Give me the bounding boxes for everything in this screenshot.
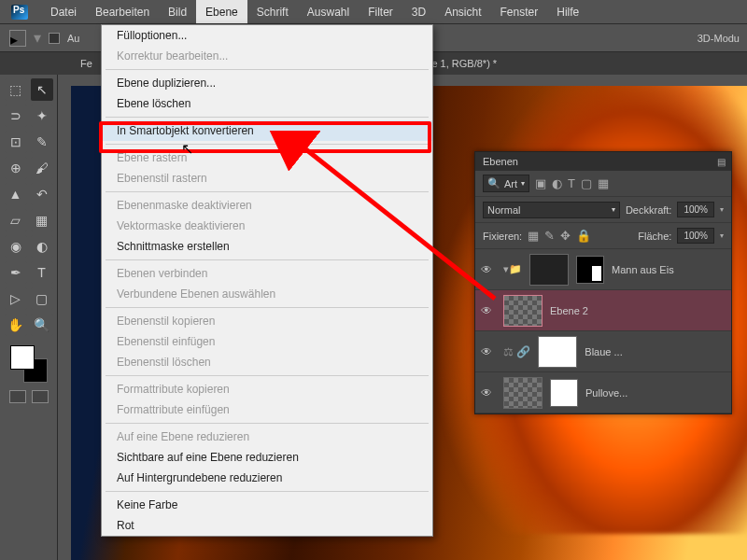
eyedropper-tool[interactable]: ✎ [31, 131, 53, 153]
history-brush[interactable]: ↶ [31, 183, 53, 205]
layer-name[interactable]: Ebene 2 [550, 305, 588, 316]
menu-item[interactable]: Sichtbare auf eine Ebene reduzieren [102, 447, 432, 468]
annotation-arrow [252, 131, 514, 317]
svg-line-0 [299, 144, 495, 299]
menu-item[interactable]: Keine Farbe [102, 495, 432, 515]
layer-row[interactable]: 👁▾📁Mann aus Eis [475, 249, 731, 290]
shape-tool[interactable]: ▢ [31, 287, 53, 310]
opacity-value[interactable]: 100% [677, 202, 714, 217]
fg-color[interactable] [10, 345, 35, 370]
panel-menu-icon[interactable]: ▤ [717, 157, 726, 167]
visibility-icon[interactable]: 👁 [481, 386, 496, 399]
lock-all-icon[interactable]: 🔒 [576, 229, 591, 243]
menu-item: Ebenenstil löschen [102, 352, 432, 372]
option-label: Au [67, 33, 79, 44]
menu-fenster[interactable]: Fenster [491, 0, 548, 23]
dodge-tool[interactable]: ◐ [31, 235, 53, 258]
layer-name[interactable]: Mann aus Eis [612, 264, 674, 275]
menu-bearbeiten[interactable]: Bearbeiten [86, 0, 159, 23]
menu-3d[interactable]: 3D [402, 0, 435, 23]
eraser-tool[interactable]: ▱ [5, 209, 27, 231]
layer-name[interactable]: Pullove... [585, 387, 627, 399]
move-tool[interactable]: ↖ [31, 78, 53, 101]
layer-thumb[interactable] [529, 254, 569, 286]
menu-item: Korrektur bearbeiten... [102, 46, 432, 66]
menu-bild[interactable]: Bild [159, 0, 196, 23]
menu-ansicht[interactable]: Ansicht [435, 0, 490, 23]
heal-tool[interactable]: ⊕ [5, 157, 27, 179]
tab-left[interactable]: Fe [71, 58, 102, 69]
layer-thumb[interactable] [503, 377, 543, 409]
gradient-tool[interactable]: ▦ [31, 209, 53, 231]
menu-datei[interactable]: Datei [41, 0, 86, 23]
tools-panel: ⬚ ↖ ⊃ ✦ ⊡ ✎ ⊕ 🖌 ▲ ↶ ▱ ▦ ◉ ◐ ✒ T ▷ ▢ ✋ 🔍 [0, 75, 58, 560]
screenmode-icon[interactable] [32, 390, 49, 403]
blur-tool[interactable]: ◉ [5, 235, 27, 258]
menu-ebene[interactable]: Ebene [196, 0, 247, 23]
menu-schrift[interactable]: Schrift [247, 0, 298, 23]
crop-tool[interactable]: ⊡ [5, 131, 27, 153]
visibility-icon[interactable]: 👁 [481, 345, 496, 358]
zoom-tool[interactable]: 🔍 [31, 314, 53, 336]
filter-smart-icon[interactable]: ▦ [598, 176, 609, 190]
layer-thumb[interactable] [538, 336, 577, 368]
menu-item[interactable]: Auf Hintergrundebene reduzieren [102, 468, 432, 488]
menu-hilfe[interactable]: Hilfe [547, 0, 588, 23]
menu-item: Formattribute kopieren [102, 379, 432, 399]
menu-auswahl[interactable]: Auswahl [298, 0, 359, 23]
tool-preset-icon[interactable]: ▸ [9, 30, 26, 47]
opacity-label: Deckkraft: [626, 204, 672, 216]
lock-move-icon[interactable]: ✥ [560, 229, 571, 243]
menu-bar: DateiBearbeitenBildEbeneSchriftAuswahlFi… [0, 0, 747, 24]
lasso-tool[interactable]: ⊃ [5, 105, 27, 127]
menu-item: Formattribute einfügen [102, 399, 432, 420]
menu-item: Ebenenstil einfügen [102, 331, 432, 352]
quickmask-icon[interactable] [9, 390, 26, 403]
path-tool[interactable]: ▷ [5, 287, 27, 310]
lock-pixels-icon[interactable]: ▦ [528, 229, 539, 243]
stamp-tool[interactable]: ▲ [5, 183, 27, 205]
fill-label: Fläche: [638, 231, 671, 242]
layer-name[interactable]: Blaue ... [585, 346, 622, 357]
checkbox[interactable] [49, 33, 60, 44]
menu-item[interactable]: Rot [102, 515, 432, 536]
layer-row[interactable]: 👁Ebene 2 [475, 290, 731, 331]
wand-tool[interactable]: ✦ [31, 105, 53, 127]
pen-tool[interactable]: ✒ [5, 261, 27, 284]
color-swatches[interactable] [10, 345, 48, 383]
menu-item: Auf eine Ebene reduzieren [102, 427, 432, 447]
lock-paint-icon[interactable]: ✎ [544, 229, 555, 243]
menu-item[interactable]: Ebene löschen [102, 93, 432, 114]
menu-item[interactable]: Fülloptionen... [102, 25, 432, 46]
filter-type-icon[interactable]: T [568, 176, 575, 190]
layer-row[interactable]: 👁⚖ 🔗Blaue ... [475, 331, 731, 372]
hand-tool[interactable]: ✋ [5, 314, 27, 336]
type-tool[interactable]: T [31, 261, 53, 284]
cursor-icon: ↖ [181, 140, 193, 158]
mode-label: 3D-Modu [698, 33, 740, 44]
fill-value[interactable]: 100% [677, 228, 714, 244]
menu-item[interactable]: Ebene duplizieren... [102, 73, 432, 93]
marquee-tool[interactable]: ⬚ [5, 78, 27, 101]
filter-image-icon[interactable]: ▣ [535, 176, 546, 190]
layer-row[interactable]: 👁Pullove... [475, 372, 731, 413]
layer-mask[interactable] [576, 256, 604, 284]
menu-filter[interactable]: Filter [359, 0, 402, 23]
layer-mask[interactable] [550, 379, 578, 407]
filter-adjust-icon[interactable]: ◐ [552, 176, 562, 190]
layer-list: 👁▾📁Mann aus Eis👁Ebene 2👁⚖ 🔗Blaue ...👁Pul… [475, 249, 731, 413]
filter-shape-icon[interactable]: ▢ [581, 176, 592, 190]
panel-tab[interactable]: Ebenen ▤ [475, 152, 731, 171]
app-logo [11, 5, 28, 20]
brush-tool[interactable]: 🖌 [31, 157, 53, 179]
